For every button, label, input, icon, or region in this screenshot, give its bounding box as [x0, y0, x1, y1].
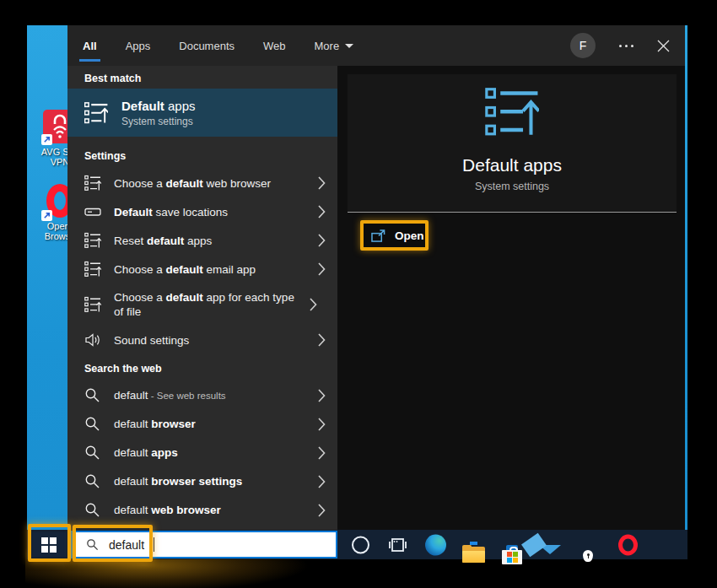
text-caret	[154, 537, 154, 552]
open-window-icon	[371, 229, 385, 242]
default-apps-icon	[84, 261, 101, 278]
web-result[interactable]: default apps	[67, 439, 337, 467]
chevron-right-icon	[318, 176, 326, 190]
task-view-icon[interactable]	[388, 537, 407, 553]
search-icon	[84, 416, 101, 433]
settings-result[interactable]: Reset default apps	[67, 226, 337, 255]
chevron-right-icon	[318, 504, 326, 517]
settings-result[interactable]: Default save locations	[67, 197, 337, 226]
shortcut-arrow-icon	[41, 210, 52, 221]
result-text: default browser	[114, 417, 318, 432]
edge-icon[interactable]	[425, 534, 446, 555]
result-text: default browser settings	[114, 474, 318, 489]
preview-panel: Default apps System settings Open	[337, 66, 685, 530]
default-apps-icon	[84, 175, 101, 192]
drive-icon	[84, 203, 101, 220]
settings-result[interactable]: Sound settings	[67, 326, 337, 354]
result-text: default - See web results	[114, 388, 318, 403]
web-result[interactable]: default browser settings	[67, 467, 337, 496]
best-match-result[interactable]: Default apps System settings	[67, 89, 337, 137]
search-icon	[84, 502, 101, 519]
results-panel: Best match Default apps System settings …	[67, 66, 337, 530]
preview-subtitle: System settings	[348, 181, 677, 192]
default-apps-icon-large	[485, 88, 539, 137]
user-avatar[interactable]: F	[570, 33, 596, 58]
screen: AVG Sec VPN Opera Browse All Apps Docume…	[27, 25, 687, 559]
shortcut-arrow-icon	[41, 134, 52, 145]
result-text: Choose a default web browser	[114, 176, 318, 191]
chevron-down-icon	[345, 44, 353, 48]
section-header-best-match: Best match	[67, 66, 337, 84]
preview-title: Default apps	[348, 155, 677, 175]
result-text: Default save locations	[114, 205, 318, 219]
search-flyout: All Apps Documents Web More F Best match	[67, 25, 685, 530]
section-header-settings: Settings	[67, 137, 337, 162]
web-result[interactable]: default web browser	[67, 496, 337, 525]
more-options-icon[interactable]	[619, 45, 633, 47]
chevron-right-icon	[318, 205, 326, 218]
callout-search-box	[73, 525, 153, 562]
settings-result[interactable]: Choose a default app for each type of fi…	[67, 283, 337, 326]
chevron-right-icon	[318, 234, 326, 247]
result-text: Reset default apps	[114, 234, 318, 248]
best-match-subtitle: System settings	[121, 116, 196, 127]
chevron-right-icon	[318, 446, 326, 460]
chevron-right-icon	[318, 475, 326, 488]
settings-result[interactable]: Choose a default web browser	[67, 169, 337, 197]
tab-documents[interactable]: Documents	[177, 36, 236, 56]
chevron-right-icon	[310, 298, 317, 311]
default-apps-icon	[84, 296, 101, 313]
best-match-title: Default apps	[121, 99, 196, 114]
callout-start-button	[28, 524, 71, 562]
tab-all[interactable]: All	[81, 36, 99, 56]
chevron-right-icon	[318, 389, 326, 402]
web-result[interactable]: default browser	[67, 410, 337, 439]
result-text: Sound settings	[114, 333, 318, 348]
chevron-right-icon	[318, 418, 326, 431]
result-text: default apps	[114, 445, 318, 461]
chevron-right-icon	[318, 262, 326, 276]
chevron-right-icon	[318, 333, 326, 347]
preview-card: Default apps System settings	[348, 74, 677, 213]
close-icon[interactable]	[657, 40, 670, 52]
web-result[interactable]: default - See web results	[67, 381, 337, 410]
tab-more[interactable]: More	[313, 36, 356, 56]
section-header-search-web: Search the web	[67, 354, 337, 375]
speaker-icon	[84, 332, 101, 348]
result-text: Choose a default app for each type of fi…	[114, 290, 310, 319]
tab-apps[interactable]: Apps	[124, 36, 153, 56]
tab-web[interactable]: Web	[261, 36, 288, 56]
default-apps-icon	[84, 232, 101, 249]
open-action[interactable]: Open	[360, 220, 429, 251]
opera-icon[interactable]	[618, 534, 638, 555]
settings-result[interactable]: Choose a default email app	[67, 255, 337, 283]
result-text: default web browser	[114, 503, 318, 518]
search-icon	[84, 387, 101, 404]
result-text: Choose a default email app	[114, 262, 318, 277]
search-tabs-bar: All Apps Documents Web More F	[67, 25, 685, 66]
search-icon	[84, 445, 101, 461]
search-icon	[84, 473, 101, 490]
default-apps-icon	[84, 102, 108, 124]
open-label: Open	[395, 229, 424, 242]
cortana-icon[interactable]	[352, 536, 369, 553]
